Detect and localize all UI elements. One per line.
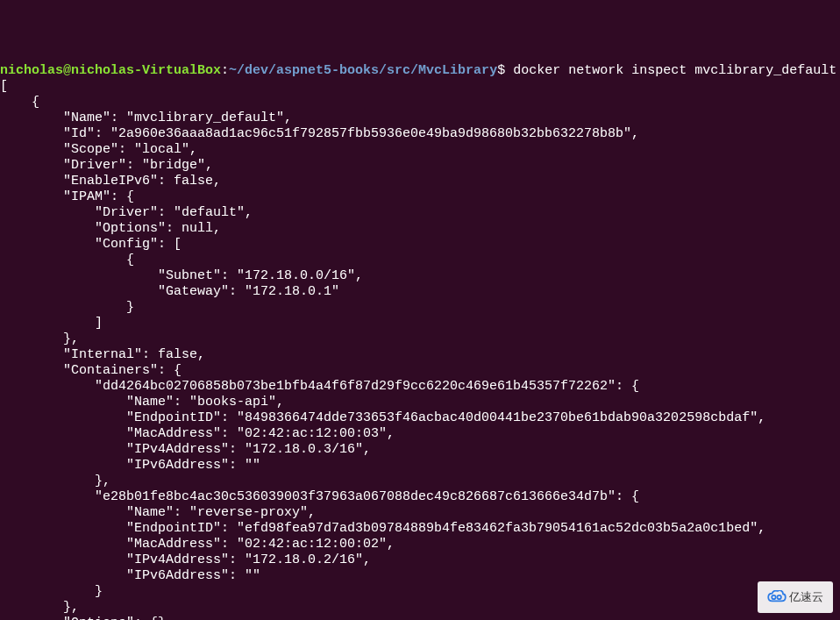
output-line: }, [0,600,79,615]
output-line: "Containers": { [0,363,182,378]
output-line: "Options": {}, [0,616,174,620]
prompt-dollar: $ [497,63,505,78]
output-line: "Driver": "bridge", [0,158,213,173]
output-line: "dd4264bc02706858b073be1bfb4a4f6f87d29f9… [0,379,639,394]
output-line: [ [0,79,8,94]
command-text [505,63,513,78]
prompt-tilde: ~ [229,63,237,78]
output-line: "IPv4Address": "172.18.0.3/16", [0,442,371,457]
output-line: "MacAddress": "02:42:ac:12:00:03", [0,426,395,441]
prompt-path: /dev/aspnet5-books/src/MvcLibrary [237,63,497,78]
watermark-text: 亿速云 [789,589,823,605]
prompt-colon: : [221,63,229,78]
output-line: }, [0,474,110,488]
output-line: "IPv4Address": "172.18.0.2/16", [0,552,371,567]
output-line: "EndpointID": "efd98fea97d7ad3b09784889b… [0,521,765,536]
output-line: "Scope": "local", [0,142,197,157]
output-line: } [0,300,134,315]
output-line: "IPv6Address": "" [0,458,260,473]
terminal-output: nicholas@nicholas-VirtualBox:~/dev/aspne… [0,63,840,620]
output-line: "Driver": "default", [0,205,253,220]
output-line: { [0,95,39,110]
svg-point-0 [772,595,775,599]
cloud-icon [767,590,787,604]
output-line: "IPAM": { [0,189,134,204]
command-text-value: docker network inspect mvclibrary_defaul… [513,63,836,78]
output-line: "Name": "mvclibrary_default", [0,110,292,125]
output-line: "Gateway": "172.18.0.1" [0,284,339,299]
output-line: "Options": null, [0,221,221,236]
output-line: "EnableIPv6": false, [0,174,221,189]
svg-point-1 [777,595,780,599]
watermark-badge: 亿速云 [758,581,833,613]
output-line: "EndpointID": "8498366474dde733653f46acb… [0,410,765,425]
output-line: "Id": "2a960e36aaa8ad1ac96c51f792857fbb5… [0,126,639,141]
output-line: "Name": "books-api", [0,395,284,410]
prompt-user-host: nicholas@nicholas-VirtualBox [0,63,221,78]
output-line: "Name": "reverse-proxy", [0,505,316,520]
output-line: } [0,584,103,599]
output-line: ] [0,316,103,331]
output-line: "Internal": false, [0,347,205,362]
output-line: "Config": [ [0,237,182,252]
output-line: { [0,253,134,267]
output-line: "IPv6Address": "" [0,568,260,583]
output-line: "MacAddress": "02:42:ac:12:00:02", [0,537,395,552]
output-line: }, [0,331,79,346]
output-line: "Subnet": "172.18.0.0/16", [0,268,363,283]
output-line: "e28b01fe8bc4ac30c536039003f37963a067088… [0,489,639,504]
